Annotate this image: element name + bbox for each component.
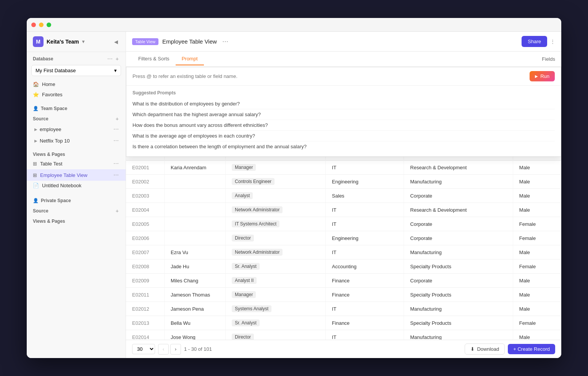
database-more-icon[interactable]: ⋯ [107, 55, 113, 63]
window-more-icon[interactable]: ⋮ [550, 39, 555, 44]
sidebar-item-untitled-notebook[interactable]: 📄 Untitled Notebook [27, 181, 126, 190]
chevron-down-icon[interactable]: ▾ [82, 39, 84, 44]
cell-dept: Engineering [326, 175, 404, 189]
prev-page-button[interactable]: ‹ [158, 344, 169, 355]
table-row[interactable]: E02012 Jameson Pena Systems Analyst IT M… [126, 302, 561, 316]
private-source-add-icon[interactable]: + [115, 207, 120, 215]
view-badge: Table View [132, 38, 158, 45]
next-page-button[interactable]: › [170, 344, 181, 355]
view-label-table-test: Table Test [40, 161, 62, 167]
maximize-button[interactable] [47, 23, 51, 27]
database-add-icon[interactable]: + [115, 55, 120, 63]
per-page-select[interactable]: 30 50 100 [132, 344, 155, 354]
tab-prompt[interactable]: Prompt [176, 53, 204, 65]
expand-icon: ▶ [34, 139, 37, 143]
cell-name [165, 175, 226, 189]
cell-bu: Manufacturing [404, 175, 513, 189]
table-row[interactable]: E02002 Controls Engineer Engineering Man… [126, 175, 561, 189]
cell-id: E02005 [126, 217, 165, 231]
table-row[interactable]: E02014 Jose Wong Director IT Manufacturi… [126, 330, 561, 340]
cell-bu: Specialty Products [404, 259, 513, 274]
cell-dept: IT [326, 245, 404, 259]
sidebar-header: M Keita's Team ▾ ◀ [27, 32, 126, 52]
employee-more-icon[interactable]: ⋯ [113, 125, 120, 133]
suggestion-2[interactable]: How does the bonus amount vary across di… [132, 120, 555, 131]
cell-job: IT Systems Architect [226, 217, 326, 231]
suggestion-3[interactable]: What is the average age of employees in … [132, 131, 555, 141]
cell-name: Jameson Thomas [165, 288, 226, 302]
view-more-icon[interactable]: ⋯ [221, 36, 230, 47]
chevron-down-icon: ▾ [114, 68, 117, 73]
suggestion-4[interactable]: Is there a correlation between the lengt… [132, 141, 555, 152]
prompt-input-row: ▶ Run [126, 67, 561, 86]
table-row[interactable]: E02006 Director Engineering Corporate Fe… [126, 231, 561, 245]
toolbar: Filters & Sorts Prompt Fields [126, 52, 561, 67]
fields-button[interactable]: Fields [542, 56, 555, 62]
view-title: Employee Table View [162, 38, 217, 45]
top-bar: Table View Employee Table View ⋯ Share ⋮ [126, 32, 561, 52]
run-label: Run [540, 73, 549, 79]
source-add-icon[interactable]: + [115, 115, 120, 123]
cell-id: E02004 [126, 203, 165, 217]
netflix-more-icon[interactable]: ⋯ [113, 137, 120, 144]
close-button[interactable] [31, 23, 36, 27]
database-selector[interactable]: My First Database ▾ [31, 65, 121, 76]
cell-gender: Male [513, 203, 561, 217]
cell-bu: Manufacturing [404, 245, 513, 259]
sidebar-item-favorites[interactable]: ⭐ Favorites [27, 89, 126, 100]
run-button[interactable]: ▶ Run [530, 71, 555, 81]
cell-dept: IT [326, 160, 404, 175]
create-record-button[interactable]: + Create Record [508, 344, 555, 354]
sidebar-item-home[interactable]: 🏠 Home [27, 79, 126, 89]
cell-dept: Accounting [326, 259, 404, 274]
table-row[interactable]: E02004 Network Administrator IT Research… [126, 203, 561, 217]
team-logo-area[interactable]: M Keita's Team ▾ [33, 36, 84, 47]
cell-gender: Male [513, 245, 561, 259]
suggested-prompts: Suggested Prompts What is the distributi… [126, 86, 561, 156]
download-button[interactable]: ⬇ Download [465, 344, 505, 355]
database-name: My First Database [36, 68, 76, 73]
sidebar-collapse-button[interactable]: ◀ [113, 37, 120, 46]
cell-job: Analyst II [226, 274, 326, 288]
table-row[interactable]: E02009 Miles Chang Analyst II Finance Co… [126, 274, 561, 288]
cell-gender: Male [513, 288, 561, 302]
cell-dept: IT [326, 330, 404, 340]
table-row[interactable]: E02007 Ezra Vu Network Administrator IT … [126, 245, 561, 259]
pagination-bar: 30 50 100 ‹ › 1 - 30 of 101 ⬇ Download [126, 340, 561, 358]
suggestion-1[interactable]: Which department has the highest average… [132, 109, 555, 120]
tree-label-netflix: Netflix Top 10 [40, 138, 70, 144]
cell-name [165, 217, 226, 231]
table-row[interactable]: E02011 Jameson Thomas Manager Finance Sp… [126, 288, 561, 302]
cell-job: Network Administrator [226, 245, 326, 259]
suggestion-0[interactable]: What is the distribution of employees by… [132, 99, 555, 109]
minimize-button[interactable] [39, 23, 44, 27]
cell-job: Director [226, 231, 326, 245]
cell-id: E02012 [126, 302, 165, 316]
tab-filters-sorts[interactable]: Filters & Sorts [132, 53, 176, 65]
table-row[interactable]: E02001 Karia Anrendam Manager IT Researc… [126, 160, 561, 175]
private-views-header: Views & Pages [27, 216, 126, 225]
notebook-icon: 📄 [33, 183, 39, 188]
sidebar-item-table-test[interactable]: ⊞ Table Test ⋯ [27, 158, 126, 169]
cell-name [165, 203, 226, 217]
table-row[interactable]: E02005 IT Systems Architect IT Corporate… [126, 217, 561, 231]
table-container: ▶ Run Suggested Prompts What is the dist… [126, 67, 561, 340]
tree-item-employee[interactable]: ▶ employee ⋯ [27, 123, 126, 135]
tree-item-netflix[interactable]: ▶ Netflix Top 10 ⋯ [27, 135, 126, 146]
sidebar-item-employee-table-view[interactable]: ⊞ Employee Table View ⋯ [27, 169, 126, 181]
cell-bu: Research & Development [404, 203, 513, 217]
table-row[interactable]: E02003 Analyst Sales Corporate Male [126, 189, 561, 203]
table-test-more-icon[interactable]: ⋯ [113, 160, 120, 167]
person-icon: 👤 [33, 198, 39, 203]
table-row[interactable]: E02013 Bella Wu Sr. Analyst Finance Spec… [126, 316, 561, 330]
favorites-label: Favorites [42, 92, 62, 97]
cell-id: E02009 [126, 274, 165, 288]
share-button[interactable]: Share [522, 36, 547, 47]
team-source-header: Source + [27, 112, 126, 123]
table-row[interactable]: E02008 Jade Hu Sr. Analyst Accounting Sp… [126, 259, 561, 274]
prompt-input[interactable] [132, 73, 527, 79]
employee-view-more-icon[interactable]: ⋯ [113, 171, 120, 179]
cell-dept: IT [326, 302, 404, 316]
cell-bu: Corporate [404, 274, 513, 288]
cell-id: E02013 [126, 316, 165, 330]
